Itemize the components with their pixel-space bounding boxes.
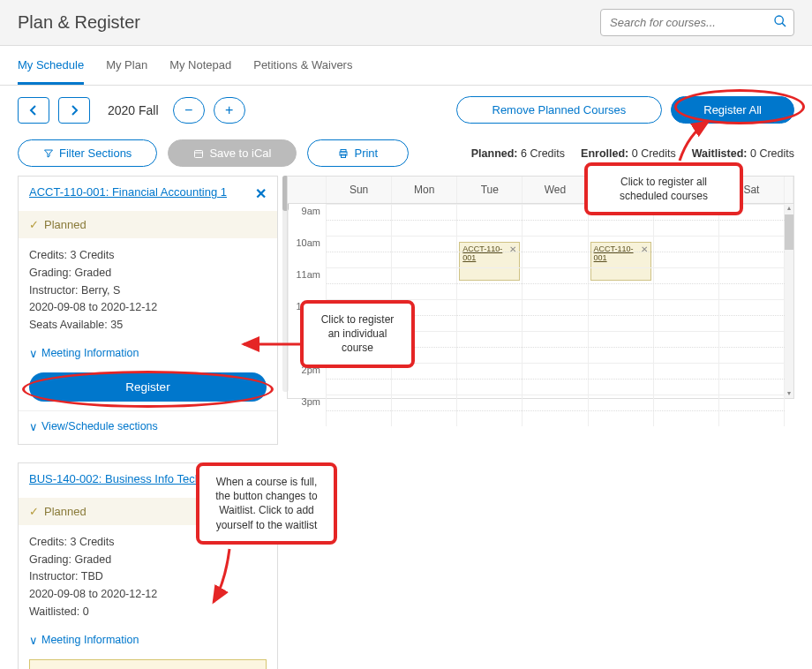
svg-point-0: [775, 16, 783, 24]
status-badge: ✓Planned: [19, 498, 277, 525]
tab-petitions-waivers[interactable]: Petitions & Waivers: [253, 46, 352, 85]
time-label: 2pm: [288, 363, 326, 395]
scroll-down-icon[interactable]: ▾: [785, 389, 793, 398]
day-header: Sat: [719, 177, 785, 203]
filter-label: Filter Sections: [59, 147, 132, 160]
tab-my-plan[interactable]: My Plan: [106, 46, 147, 85]
print-icon: [338, 148, 349, 159]
chevron-down-icon: ∨: [29, 420, 38, 433]
day-header: Tue: [457, 177, 523, 203]
add-term-button[interactable]: +: [214, 97, 245, 124]
course-card: ACCT-110-001: Financial Accounting 1 ✕ ✓…: [18, 176, 278, 445]
chevron-down-icon: ∨: [29, 347, 38, 360]
calendar-event[interactable]: ✕ACCT-110-001: [459, 242, 520, 281]
remove-term-button[interactable]: −: [173, 97, 205, 124]
search-box: [600, 9, 794, 36]
page-title: Plan & Register: [18, 12, 140, 33]
day-header: Wed: [523, 177, 588, 203]
status-badge: ✓Planned: [19, 211, 277, 238]
tab-my-schedule[interactable]: My Schedule: [18, 46, 84, 85]
register-all-button[interactable]: Register All: [671, 96, 794, 124]
tab-my-notepad[interactable]: My Notepad: [169, 46, 231, 85]
course-details: Credits: 3 Credits Grading: Graded Instr…: [19, 525, 277, 630]
close-icon[interactable]: ✕: [255, 472, 267, 489]
tab-bar: My Schedule My Plan My Notepad Petitions…: [0, 46, 812, 86]
calendar-event[interactable]: ✕ACCT-110-001: [590, 242, 651, 281]
print-button[interactable]: Print: [307, 139, 409, 167]
filter-icon: [43, 148, 54, 159]
check-icon: ✓: [29, 505, 39, 518]
meeting-info-toggle[interactable]: ∨Meeting Information: [19, 343, 277, 367]
register-all-label: Register All: [703, 103, 762, 117]
waitlist-warning: ⚠This section has a waitlist: [29, 659, 267, 670]
register-button[interactable]: Register: [29, 372, 267, 402]
time-label: 10am: [288, 236, 326, 267]
check-icon: ✓: [29, 218, 39, 231]
close-icon[interactable]: ✕: [255, 185, 267, 202]
next-term-button[interactable]: [58, 97, 90, 124]
scroll-up-icon[interactable]: ▴: [785, 204, 793, 213]
svg-rect-2: [195, 150, 203, 157]
time-label: 1pm: [288, 331, 326, 363]
svg-line-1: [782, 23, 786, 26]
time-label: 11am: [288, 267, 326, 299]
credits-summary: Planned: 6 Credits Enrolled: 0 Credits W…: [471, 147, 794, 160]
chevron-down-icon: ∨: [29, 634, 38, 647]
search-input[interactable]: [600, 9, 794, 36]
course-link[interactable]: ACCT-110-001: Financial Accounting 1: [29, 185, 227, 199]
time-label: 12pm: [288, 299, 326, 331]
print-label: Print: [354, 147, 378, 160]
term-label: 2020 Fall: [108, 103, 159, 117]
course-card: BUS-140-002: Business Info Technology ✕ …: [18, 462, 278, 669]
close-icon[interactable]: ✕: [509, 244, 516, 254]
course-link[interactable]: BUS-140-002: Business Info Technology: [29, 472, 235, 485]
save-ical-button[interactable]: Save to iCal: [168, 139, 297, 167]
day-header: Sun: [327, 177, 392, 203]
ical-label: Save to iCal: [209, 147, 271, 160]
close-icon[interactable]: ✕: [641, 244, 648, 254]
calendar: Sun Mon Tue Wed Thu Fri Sat 9am10am11am1…: [287, 176, 794, 399]
search-icon[interactable]: [773, 14, 787, 31]
prev-term-button[interactable]: [18, 97, 49, 124]
day-header: Thu: [589, 177, 654, 203]
remove-planned-button[interactable]: Remove Planned Courses: [456, 96, 663, 124]
course-details: Credits: 3 Credits Grading: Graded Instr…: [19, 238, 277, 343]
calendar-icon: [193, 148, 204, 159]
day-header: Mon: [392, 177, 457, 203]
view-sections-link[interactable]: ∨View/Schedule sections: [19, 410, 277, 444]
day-header: Fri: [654, 177, 719, 203]
calendar-scrollbar[interactable]: ▴ ▾: [785, 204, 793, 398]
time-label: 3pm: [288, 395, 326, 426]
time-label: 9am: [288, 204, 326, 236]
filter-sections-button[interactable]: Filter Sections: [18, 139, 157, 167]
meeting-info-toggle[interactable]: ∨Meeting Information: [19, 630, 277, 654]
